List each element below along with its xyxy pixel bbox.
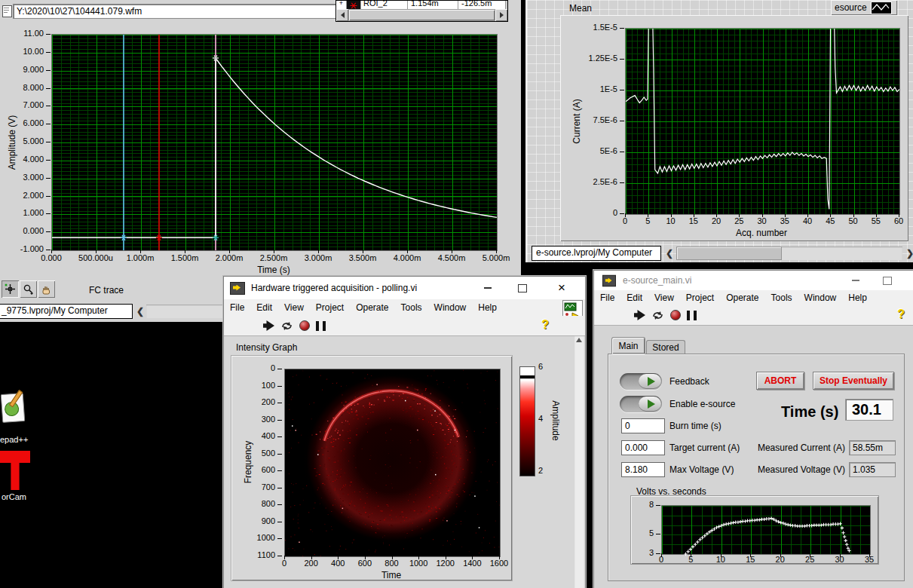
maximize-button[interactable]	[510, 277, 535, 299]
menu-item-file[interactable]: File	[594, 290, 620, 305]
intensity-x-axis-title: Time	[361, 570, 421, 580]
max-voltage-input[interactable]: 8.180	[621, 462, 665, 477]
menu-item-view[interactable]: View	[648, 290, 680, 305]
labview-app-icon	[230, 282, 245, 295]
scroll-right-button[interactable]	[495, 9, 507, 21]
plot-legend[interactable]: esource	[831, 0, 897, 15]
axis-tick-mark	[46, 52, 51, 53]
menu-item-project[interactable]: Project	[310, 300, 350, 315]
project-context-label[interactable]: e-source.lvproj/My Computer	[532, 246, 661, 261]
stop-eventually-button[interactable]: Stop Eventually	[813, 372, 894, 390]
abort-button[interactable]: ABORT	[756, 372, 804, 390]
status-scroll-left[interactable]: ❮	[136, 306, 144, 317]
menu-item-operate[interactable]: Operate	[350, 300, 394, 315]
legend-plot-name: esource	[835, 2, 867, 13]
axis-tick-mark	[869, 553, 870, 557]
legend-line-sample[interactable]	[871, 2, 892, 14]
menu-item-window[interactable]: Window	[798, 290, 843, 305]
axis-tick-mark	[229, 250, 230, 253]
menu-item-help[interactable]: Help	[842, 290, 873, 305]
menu-item-operate[interactable]: Operate	[720, 290, 764, 305]
status-scroll-right[interactable]: ❯	[906, 248, 913, 259]
volts-plot-area[interactable]	[661, 505, 871, 555]
burn-time-input[interactable]: 0	[621, 418, 665, 433]
cursor-name-cell[interactable]: ROI_2	[361, 1, 408, 9]
axis-tick-label: 700	[234, 482, 275, 492]
hw-titlebar[interactable]: Hardware triggered acquisition - polling…	[224, 277, 585, 300]
run-continuous-button[interactable]	[280, 320, 293, 332]
stop-button[interactable]	[670, 310, 681, 320]
cursor-scroll-up[interactable]	[506, 1, 507, 9]
axis-tick-label: 5E-6	[577, 146, 617, 155]
menu-item-window[interactable]: Window	[428, 300, 473, 315]
mean-graph-title: Mean	[569, 3, 592, 14]
intensity-graph-box: Frequency Time 0100200300400500600700800…	[231, 355, 513, 581]
cursor-style-icon[interactable]	[347, 1, 361, 9]
minimize-button[interactable]	[843, 271, 869, 290]
axis-tick-mark	[656, 553, 660, 554]
axis-tick-label: 7.000	[3, 100, 44, 109]
tab-main[interactable]: Main	[611, 337, 645, 354]
maximize-button[interactable]	[875, 271, 900, 290]
run-continuous-button[interactable]	[651, 310, 664, 321]
status-scrollbar[interactable]	[676, 247, 902, 260]
cursor-y-cell[interactable]: -126.5m	[458, 1, 506, 9]
palette-zoom-tool[interactable]	[20, 280, 37, 298]
menu-item-help[interactable]: Help	[472, 300, 503, 315]
palette-cursor-tool[interactable]	[2, 280, 19, 298]
axis-tick-label: 60	[872, 216, 913, 225]
pause-button[interactable]	[687, 311, 697, 320]
scroll-left-button[interactable]	[336, 9, 348, 21]
palette-pan-tool[interactable]	[38, 280, 55, 298]
cursor-legend-scrollbar[interactable]	[336, 9, 507, 21]
stop-button[interactable]	[299, 320, 310, 331]
desktop-icon-notepad[interactable]: epad++	[0, 390, 45, 446]
window-title: Hardware triggered acquisition - polling…	[251, 283, 417, 293]
wfm-viewer-window: Y:\2020\10\27\104441.079.wfm + ROI_2 1.1…	[0, 0, 521, 322]
menu-item-edit[interactable]: Edit	[620, 290, 648, 305]
intensity-plot-area[interactable]	[284, 369, 501, 557]
color-ramp[interactable]	[519, 366, 535, 476]
ramp-tick: 4	[538, 414, 543, 423]
scroll-thumb[interactable]	[348, 9, 495, 21]
scroll-up-button[interactable]	[576, 338, 582, 342]
menu-item-tools[interactable]: Tools	[395, 300, 428, 315]
es-titlebar[interactable]: e-source_main.vi	[594, 271, 913, 291]
menu-item-edit[interactable]: Edit	[250, 300, 278, 315]
axis-tick-mark	[185, 250, 185, 253]
wfm-x-axis-title: Time (s)	[244, 265, 304, 275]
enable-esource-switch[interactable]	[620, 396, 662, 412]
project-context-label[interactable]: _9775.lvproj/My Computer	[0, 304, 133, 319]
minimize-button[interactable]	[475, 277, 501, 299]
axis-tick-mark	[620, 121, 624, 121]
axis-tick-mark	[46, 196, 51, 197]
status-scroll-thumb[interactable]	[676, 247, 782, 260]
menu-item-tools[interactable]: Tools	[765, 290, 798, 305]
axis-tick-label: 200	[234, 397, 275, 406]
menu-item-project[interactable]: Project	[680, 290, 720, 305]
axis-tick-label: 4.000	[3, 155, 44, 164]
tab-stored[interactable]: Stored	[646, 340, 685, 354]
path-browse-icon[interactable]	[2, 5, 12, 17]
target-current-input[interactable]: 0.000	[621, 440, 665, 455]
pause-button[interactable]	[316, 321, 326, 331]
close-button[interactable]: ×	[549, 277, 574, 299]
hw-vertical-scrollbar[interactable]	[574, 335, 584, 588]
mean-plot-area[interactable]	[625, 28, 900, 215]
menu-item-file[interactable]: File	[224, 300, 250, 315]
axis-tick-label: 5	[613, 528, 654, 537]
magnifier-icon	[23, 283, 34, 295]
cursor-x-cell[interactable]: 1.154m	[408, 1, 458, 9]
run-button[interactable]	[634, 310, 645, 320]
menu-item-view[interactable]: View	[278, 300, 310, 315]
measured-current-value: 58.55m	[849, 440, 896, 455]
feedback-switch[interactable]	[620, 373, 662, 390]
help-button[interactable]: ?	[897, 308, 905, 321]
desktop-icon-thorcam[interactable]: orCam	[0, 449, 45, 504]
cursor-expand-button[interactable]: +	[336, 1, 347, 9]
run-button[interactable]	[263, 320, 274, 331]
axis-tick-mark	[274, 250, 274, 253]
help-button[interactable]: ?	[541, 318, 549, 332]
wfm-plot-area[interactable]	[51, 34, 498, 251]
status-scroll-left[interactable]: ❮	[666, 248, 673, 259]
